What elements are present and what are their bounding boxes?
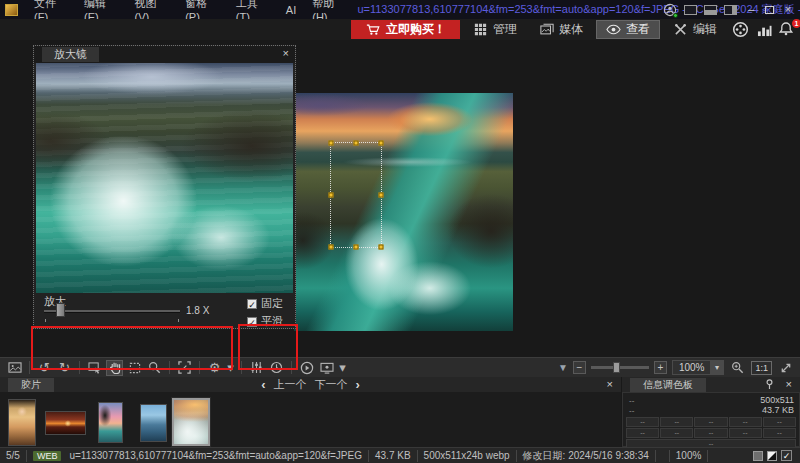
viewer-zoom-thumb[interactable] — [613, 362, 620, 373]
selection-handle[interactable] — [354, 141, 359, 146]
grid-icon — [473, 22, 488, 37]
notification-bell-icon[interactable]: 1 — [778, 21, 798, 39]
background-gray-swatch[interactable] — [753, 451, 763, 461]
tab-media[interactable]: 媒体 — [530, 20, 592, 39]
image-viewport: 放大镜 × 放大 1.8 X ✓ 固定 ✓ 平滑 — [0, 40, 800, 357]
info-palette-tab[interactable]: 信息调色板 — [630, 378, 706, 392]
tab-view-label: 查看 — [626, 21, 650, 38]
next-arrow-icon[interactable]: › — [356, 378, 360, 391]
info-palette: -- -- 500x511 43.7 KB -- -- -- -- -- -- … — [622, 392, 800, 447]
screen-capture-icon[interactable] — [318, 360, 335, 376]
info-cell: -- — [729, 428, 762, 438]
zoom-percent-caret-icon[interactable]: ▾ — [710, 361, 723, 374]
thumbnail-sunset[interactable] — [45, 411, 86, 435]
status-modified-date: 修改日期: 2024/5/16 9:38:34 — [517, 450, 656, 462]
more-tools-caret-icon[interactable]: ▾ — [338, 360, 347, 376]
magnifier-window: 放大镜 × 放大 1.8 X ✓ 固定 ✓ 平滑 — [33, 45, 296, 329]
maximize-button[interactable] — [765, 6, 774, 14]
thumbnail-waterfall-selected[interactable] — [172, 398, 210, 446]
thumbnail-palm-beach[interactable] — [98, 402, 123, 443]
tab-edit[interactable]: 编辑 — [664, 20, 726, 39]
selection-handle[interactable] — [379, 141, 384, 146]
layout-split-bottom-button[interactable] — [704, 5, 717, 15]
actual-size-button[interactable]: 1:1 — [751, 361, 772, 375]
fixed-checkbox[interactable]: ✓ — [247, 299, 257, 309]
status-index: 5/5 — [0, 450, 27, 462]
next-button[interactable]: 下一个 — [315, 377, 348, 392]
filmstrip-close-icon[interactable]: × — [607, 378, 613, 391]
tab-manage-label: 管理 — [493, 21, 517, 38]
marquee-select-icon[interactable] — [126, 360, 143, 376]
rotate-right-icon[interactable]: ↻ — [56, 360, 73, 376]
menu-ai[interactable]: AI — [278, 4, 304, 16]
zoom-tool-icon[interactable] — [146, 360, 163, 376]
layout-split-right-button[interactable] — [724, 5, 737, 15]
info-palette-header: 信息调色板 × — [622, 377, 800, 392]
collapse-filmstrip-icon[interactable]: ▼ — [558, 362, 568, 373]
thumbnail-mountain-lake[interactable] — [140, 404, 167, 442]
bar-chart-icon[interactable] — [754, 22, 774, 37]
fixed-label: 固定 — [261, 296, 283, 311]
select-tool-icon[interactable] — [86, 360, 103, 376]
info-placeholder: -- — [629, 396, 634, 405]
confirm-check-icon[interactable]: ✓ — [781, 450, 792, 461]
info-placeholder: -- — [629, 406, 634, 415]
photos-icon — [539, 22, 554, 37]
thumbnail-portrait-woman[interactable] — [8, 399, 36, 446]
background-contrast-swatch[interactable] — [767, 451, 777, 461]
cart-icon — [365, 22, 380, 37]
layout-single-button[interactable] — [684, 5, 697, 15]
status-bar: 5/5 WEB u=1133077813,610777104&fm=253&fm… — [0, 447, 800, 463]
slideshow-play-icon[interactable] — [298, 360, 315, 376]
info-cell: -- — [694, 428, 727, 438]
viewer-zoom-slider[interactable] — [591, 366, 649, 369]
selection-handle[interactable] — [379, 193, 384, 198]
close-window-button[interactable]: × — [781, 1, 795, 18]
selection-handle[interactable] — [329, 245, 334, 250]
timer-icon[interactable] — [268, 360, 285, 376]
filmstrip — [0, 392, 621, 447]
magnifier-controls: 放大 1.8 X ✓ 固定 ✓ 平滑 — [34, 293, 295, 328]
selection-handle[interactable] — [354, 245, 359, 250]
export-image-icon[interactable] — [6, 360, 23, 376]
zoom-percent-select[interactable]: 100% ▾ — [672, 360, 725, 375]
gear-icon[interactable]: ⚙ — [206, 360, 223, 376]
previous-button[interactable]: 上一个 — [274, 377, 307, 392]
tab-manage[interactable]: 管理 — [464, 20, 526, 39]
selection-handle[interactable] — [329, 193, 334, 198]
magnifier-titlebar[interactable]: 放大镜 × — [34, 46, 295, 63]
magnifier-plus-icon[interactable] — [729, 360, 746, 376]
previous-arrow-icon[interactable]: ‹ — [261, 378, 265, 391]
magnifier-title: 放大镜 — [42, 47, 99, 62]
zoom-slider-thumb[interactable] — [56, 303, 65, 317]
magnifier-selection-rect[interactable] — [330, 142, 382, 248]
tab-edit-label: 编辑 — [693, 21, 717, 38]
info-cell: -- — [660, 428, 693, 438]
film-reel-icon[interactable] — [730, 22, 750, 37]
minimize-button[interactable]: – — [744, 1, 758, 18]
buy-now-button[interactable]: 立即购买！ — [351, 20, 460, 39]
gear-dropdown-icon[interactable]: ▾ — [226, 360, 235, 376]
zoom-in-button[interactable]: + — [654, 361, 667, 374]
buy-now-label: 立即购买！ — [386, 21, 446, 38]
info-palette-close-icon[interactable]: × — [786, 378, 792, 391]
account-icon[interactable] — [663, 3, 677, 17]
info-cell: -- — [626, 428, 659, 438]
info-cell: -- — [626, 417, 659, 427]
tools-icon — [673, 22, 688, 37]
main-image[interactable] — [294, 93, 513, 331]
pin-icon[interactable] — [765, 379, 774, 390]
zoom-value: 1.8 X — [186, 305, 209, 316]
tab-view[interactable]: 查看 — [596, 20, 660, 39]
selection-handle[interactable] — [379, 245, 384, 250]
fit-image-arrow-icon[interactable] — [777, 360, 794, 376]
smooth-checkbox[interactable]: ✓ — [247, 317, 257, 327]
magnifier-close-icon[interactable]: × — [283, 47, 289, 59]
selection-handle[interactable] — [329, 141, 334, 146]
fit-screen-icon[interactable] — [176, 360, 193, 376]
rotate-left-icon[interactable]: ↺ — [36, 360, 53, 376]
pan-tool-icon[interactable] — [106, 360, 123, 376]
tune-icon[interactable] — [248, 360, 265, 376]
zoom-out-button[interactable]: − — [573, 361, 586, 374]
info-cell: -- — [763, 428, 796, 438]
